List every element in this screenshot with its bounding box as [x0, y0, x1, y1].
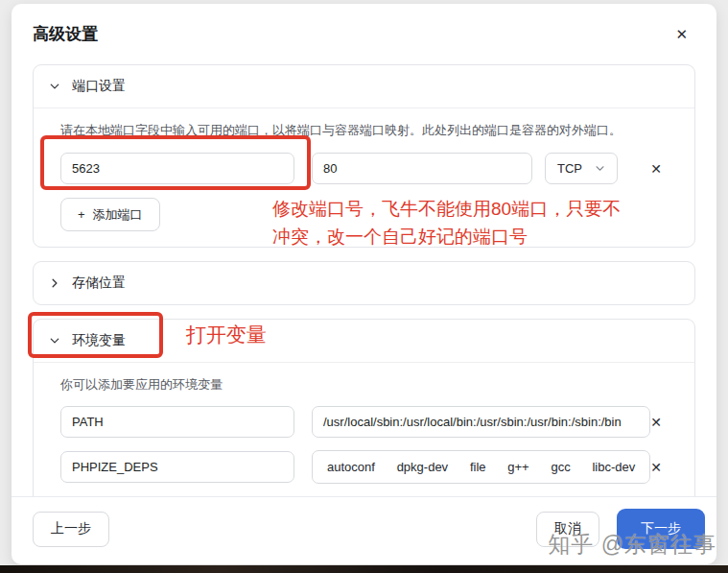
protocol-select[interactable]: TCP [545, 153, 618, 184]
env-key-input[interactable] [60, 406, 294, 438]
chevron-down-icon [49, 335, 60, 346]
port-settings-body: 请在本地端口字段中输入可用的端口，以将端口与容器端口映射。此处列出的端口是容器的… [34, 108, 694, 247]
close-icon[interactable]: ✕ [669, 25, 693, 43]
port-settings-panel: 端口设置 请在本地端口字段中输入可用的端口，以将端口与容器端口映射。此处列出的端… [33, 64, 695, 248]
advanced-settings-dialog: 高级设置 ✕ 端口设置 请在本地端口字段中输入可用的端口，以将端口与容器端口映射… [12, 4, 716, 564]
env-row-phpize-deps: autoconf dpkg-dev file g++ gcc libc-dev … [60, 450, 668, 484]
storage-location-panel: 存储位置 [33, 261, 695, 305]
env-value-tags[interactable]: autoconf dpkg-dev file g++ gcc libc-dev [312, 450, 650, 484]
remove-env-icon[interactable]: ✕ [650, 415, 662, 430]
local-port-input[interactable] [60, 153, 294, 184]
previous-step-button[interactable]: 上一步 [33, 512, 109, 547]
env-variables-body: 你可以添加要应用的环境变量 ✕ autoconf dpkg-dev file g… [34, 363, 694, 496]
next-step-button[interactable]: 下一步 [617, 509, 705, 549]
env-variables-header[interactable]: 环境变量 [34, 320, 694, 363]
port-mapping-row: TCP ✕ [60, 153, 668, 184]
dialog-footer: 上一步 取消 下一步 [12, 496, 716, 564]
env-row-path: ✕ [60, 406, 668, 438]
add-port-label: 添加端口 [93, 206, 143, 224]
chevron-down-icon [594, 163, 605, 175]
storage-location-title: 存储位置 [72, 275, 126, 292]
container-port-input[interactable] [312, 153, 532, 184]
remove-env-icon[interactable]: ✕ [650, 460, 662, 475]
plus-icon: + [78, 207, 85, 222]
env-tag: g++ [507, 460, 528, 474]
env-variables-description: 你可以添加要应用的环境变量 [60, 376, 668, 394]
env-tag: libc-dev [592, 460, 635, 474]
env-tag: autoconf [327, 460, 375, 474]
footer-right-group: 取消 下一步 [536, 509, 705, 549]
remove-port-icon[interactable]: ✕ [650, 161, 662, 177]
port-settings-header[interactable]: 端口设置 [34, 65, 694, 108]
storage-location-header[interactable]: 存储位置 [34, 262, 694, 304]
env-value-input[interactable] [312, 406, 650, 438]
env-tag: gcc [551, 460, 570, 474]
dialog-title: 高级设置 [33, 23, 98, 45]
env-tag: file [470, 460, 486, 474]
add-port-button[interactable]: + 添加端口 [60, 198, 160, 231]
dialog-header: 高级设置 ✕ [12, 4, 716, 60]
port-settings-description: 请在本地端口字段中输入可用的端口，以将端口与容器端口映射。此处列出的端口是容器的… [60, 122, 668, 139]
port-settings-title: 端口设置 [72, 78, 126, 95]
env-variables-panel: 环境变量 你可以添加要应用的环境变量 ✕ autoconf dpkg-dev f… [33, 319, 695, 496]
chevron-right-icon [49, 277, 60, 289]
protocol-value: TCP [557, 161, 582, 176]
chevron-down-icon [49, 81, 60, 92]
env-tag: dpkg-dev [397, 460, 448, 474]
env-key-input[interactable] [60, 451, 294, 483]
dialog-body: 端口设置 请在本地端口字段中输入可用的端口，以将端口与容器端口映射。此处列出的端… [12, 60, 716, 496]
env-variables-title: 环境变量 [72, 332, 126, 349]
cancel-button[interactable]: 取消 [536, 512, 599, 547]
background-strip [0, 565, 728, 573]
